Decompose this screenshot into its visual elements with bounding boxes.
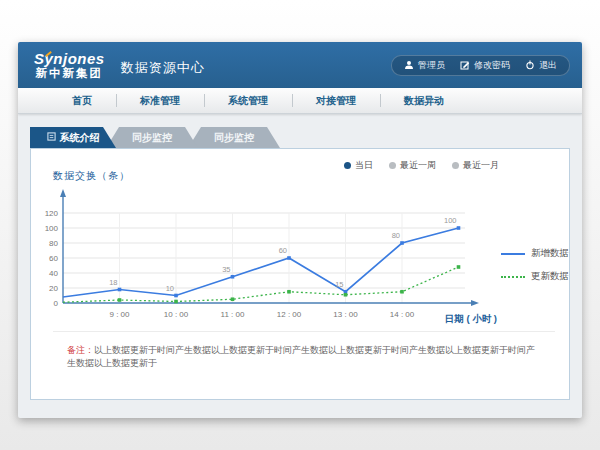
- tab-sync-monitor-1-label: 同步监控: [132, 131, 172, 145]
- nav-item-standard-mgmt[interactable]: 标准管理: [116, 88, 204, 113]
- svg-text:14 : 00: 14 : 00: [390, 310, 415, 319]
- legend-item-update-data[interactable]: 更新数据: [501, 270, 569, 283]
- user-menu: 管理员 修改密码 退出: [391, 55, 570, 76]
- solid-line-icon: [501, 253, 525, 255]
- footnote-text: 以上数据更新于时间产生数据以上数据更新于时间产生数据以上数据更新于时间产生数据以…: [67, 345, 535, 368]
- svg-text:0: 0: [54, 299, 59, 308]
- svg-text:20: 20: [49, 284, 58, 293]
- user-menu-logout[interactable]: 退出: [525, 59, 557, 72]
- radio-last-month-label: 最近一月: [463, 159, 499, 172]
- svg-text:12 : 00: 12 : 00: [277, 310, 302, 319]
- logo-wordmark: Synjones: [34, 51, 105, 67]
- page-background: Synjones 新中新集团 数据资源中心 管理员 修改密码 退出: [0, 0, 600, 450]
- legend-new-data-label: 新增数据: [531, 247, 569, 260]
- svg-text:10 : 00: 10 : 00: [164, 310, 189, 319]
- line-chart: 9 : 0010 : 0011 : 0012 : 0013 : 0014 : 0…: [39, 185, 499, 325]
- svg-text:日期 ( 小时 ): 日期 ( 小时 ): [445, 313, 497, 324]
- svg-text:60: 60: [49, 254, 58, 263]
- svg-text:9 : 00: 9 : 00: [109, 310, 130, 319]
- app-header: Synjones 新中新集团 数据资源中心 管理员 修改密码 退出: [18, 42, 582, 88]
- footnote: 备注：以上数据更新于时间产生数据以上数据更新于时间产生数据以上数据更新于时间产生…: [53, 331, 555, 370]
- chart-row: 9 : 0010 : 0011 : 0012 : 0013 : 0014 : 0…: [39, 185, 569, 325]
- nav-item-connect-mgmt[interactable]: 对接管理: [292, 88, 380, 113]
- chart-legend: 新增数据 更新数据: [501, 247, 569, 293]
- legend-item-new-data[interactable]: 新增数据: [501, 247, 569, 260]
- tab-sync-monitor-2-label: 同步监控: [214, 131, 254, 145]
- radio-last-month[interactable]: 最近一月: [452, 159, 499, 172]
- edit-icon: [460, 60, 470, 70]
- svg-text:80: 80: [392, 231, 400, 240]
- user-menu-change-password-label: 修改密码: [474, 59, 510, 72]
- legend-update-data-label: 更新数据: [531, 270, 569, 283]
- radio-dot-icon: [452, 162, 459, 169]
- series-line-1: [63, 267, 459, 302]
- svg-text:120: 120: [45, 209, 59, 218]
- chart-panel: 当日 最近一周 最近一月 数据交换（条） 9 : 0010 : 0011 : 0…: [30, 148, 570, 400]
- time-range-filter: 当日 最近一周 最近一月: [344, 159, 499, 172]
- svg-text:40: 40: [49, 269, 58, 278]
- content-area: 系统介绍 同步监控 同步监控 当日 最近一周: [18, 114, 582, 400]
- app-window: Synjones 新中新集团 数据资源中心 管理员 修改密码 退出: [18, 42, 582, 418]
- user-menu-admin-label: 管理员: [418, 59, 445, 72]
- user-menu-change-password[interactable]: 修改密码: [460, 59, 510, 72]
- nav-item-system-mgmt[interactable]: 系统管理: [204, 88, 292, 113]
- svg-text:100: 100: [444, 216, 457, 225]
- svg-text:100: 100: [45, 224, 59, 233]
- main-nav: 首页 标准管理 系统管理 对接管理 数据异动: [18, 88, 582, 114]
- user-icon: [404, 60, 414, 70]
- radio-today[interactable]: 当日: [344, 159, 373, 172]
- nav-item-home[interactable]: 首页: [48, 88, 116, 113]
- dotted-line-icon: [501, 276, 525, 278]
- user-menu-admin[interactable]: 管理员: [404, 59, 445, 72]
- logo-y-accent: y: [45, 50, 54, 67]
- radio-dot-icon: [389, 162, 396, 169]
- radio-last-week[interactable]: 最近一周: [389, 159, 436, 172]
- svg-text:15: 15: [335, 280, 343, 289]
- page-title: 数据资源中心: [121, 59, 205, 77]
- radio-last-week-label: 最近一周: [400, 159, 436, 172]
- user-menu-logout-label: 退出: [539, 59, 557, 72]
- tab-bar: 系统介绍 同步监控 同步监控: [30, 127, 570, 148]
- radio-today-label: 当日: [355, 159, 373, 172]
- svg-text:35: 35: [222, 265, 230, 274]
- tab-system-intro[interactable]: 系统介绍: [30, 127, 116, 148]
- svg-text:11 : 00: 11 : 00: [221, 310, 245, 319]
- footnote-label: 备注：: [67, 345, 94, 355]
- tab-system-intro-label: 系统介绍: [60, 131, 100, 145]
- logo-company-name: 新中新集团: [34, 67, 105, 79]
- tab-sync-monitor-1[interactable]: 同步监控: [106, 127, 198, 148]
- logo: Synjones 新中新集团: [34, 51, 105, 79]
- svg-text:10: 10: [166, 284, 174, 293]
- document-icon: [47, 132, 56, 143]
- radio-dot-icon: [344, 162, 351, 169]
- svg-text:60: 60: [279, 246, 287, 255]
- svg-text:13 : 00: 13 : 00: [333, 310, 358, 319]
- power-icon: [525, 60, 535, 70]
- svg-text:18: 18: [109, 278, 117, 287]
- tab-sync-monitor-2[interactable]: 同步监控: [188, 127, 280, 148]
- svg-text:80: 80: [49, 239, 58, 248]
- nav-item-data-change[interactable]: 数据异动: [380, 88, 468, 113]
